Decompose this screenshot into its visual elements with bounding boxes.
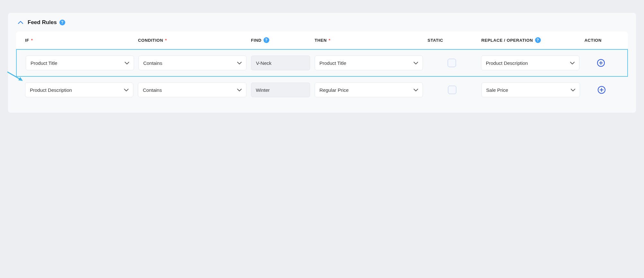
chevron-down-icon — [237, 62, 242, 65]
if-select-value: Product Title — [31, 60, 57, 66]
action-wrap — [585, 86, 619, 94]
col-then: THEN* — [315, 38, 423, 43]
chevron-down-icon — [414, 62, 418, 65]
col-if-label: IF — [25, 38, 29, 43]
replace-select-value: Product Description — [486, 60, 528, 66]
chevron-down-icon — [125, 62, 129, 65]
panel-title-text: Feed Rules — [28, 19, 57, 26]
chevron-down-icon — [571, 89, 575, 91]
collapse-icon[interactable] — [18, 21, 23, 24]
find-input[interactable] — [251, 83, 310, 97]
col-static: STATIC — [427, 38, 477, 43]
help-icon[interactable]: ? — [535, 37, 541, 43]
col-then-label: THEN — [315, 38, 327, 43]
action-wrap — [584, 59, 618, 67]
col-action-label: ACTION — [585, 38, 602, 43]
then-select[interactable]: Product Title — [315, 56, 423, 70]
static-checkbox[interactable] — [448, 86, 456, 94]
replace-select[interactable]: Product Description — [481, 56, 579, 70]
rule-row: Product Title Contains Product Title — [16, 49, 628, 77]
col-condition: CONDITION* — [138, 38, 246, 43]
chevron-down-icon — [124, 89, 129, 91]
if-select[interactable]: Product Title — [26, 56, 134, 70]
if-select-value: Product Description — [30, 87, 72, 93]
plus-icon — [600, 88, 604, 92]
required-marker: * — [31, 38, 33, 43]
chevron-down-icon — [414, 89, 418, 91]
condition-select[interactable]: Contains — [138, 83, 246, 97]
feed-rules-panel: Feed Rules ? IF* CONDITION* FIND ? THEN*… — [8, 13, 636, 113]
condition-select-value: Contains — [143, 60, 162, 66]
then-select[interactable]: Regular Price — [315, 83, 423, 97]
col-replace-label: REPLACE / OPERATION — [481, 38, 533, 43]
static-wrap — [427, 59, 477, 67]
col-static-label: STATIC — [427, 38, 443, 43]
required-marker: * — [329, 38, 331, 43]
replace-select[interactable]: Sale Price — [481, 83, 580, 97]
replace-select-value: Sale Price — [486, 87, 508, 93]
help-icon[interactable]: ? — [59, 20, 65, 25]
chevron-down-icon — [570, 62, 575, 65]
rules-body: Product Title Contains Product Title — [16, 49, 628, 103]
condition-select[interactable]: Contains — [139, 56, 247, 70]
add-rule-button[interactable] — [597, 59, 605, 67]
static-wrap — [427, 86, 477, 94]
col-condition-label: CONDITION — [138, 38, 163, 43]
panel-header: Feed Rules ? — [16, 19, 628, 26]
rule-row: Product Description Contains Regular Pri… — [16, 77, 628, 103]
then-select-value: Product Title — [319, 60, 346, 66]
panel-title: Feed Rules ? — [28, 19, 65, 26]
find-input[interactable] — [251, 56, 310, 70]
plus-icon — [599, 61, 603, 65]
add-rule-button[interactable] — [598, 86, 605, 94]
help-icon[interactable]: ? — [264, 37, 269, 43]
chevron-down-icon — [237, 89, 242, 91]
col-find-label: FIND — [251, 38, 262, 43]
rules-table: IF* CONDITION* FIND ? THEN* STATIC REPLA… — [16, 31, 628, 103]
rules-header-row: IF* CONDITION* FIND ? THEN* STATIC REPLA… — [16, 31, 628, 49]
required-marker: * — [165, 38, 167, 43]
col-find: FIND ? — [251, 37, 310, 43]
col-replace: REPLACE / OPERATION ? — [481, 37, 580, 43]
col-action: ACTION — [585, 38, 619, 43]
condition-select-value: Contains — [143, 87, 162, 93]
col-if: IF* — [25, 38, 133, 43]
static-checkbox[interactable] — [448, 59, 456, 67]
then-select-value: Regular Price — [319, 87, 349, 93]
if-select[interactable]: Product Description — [25, 83, 133, 97]
